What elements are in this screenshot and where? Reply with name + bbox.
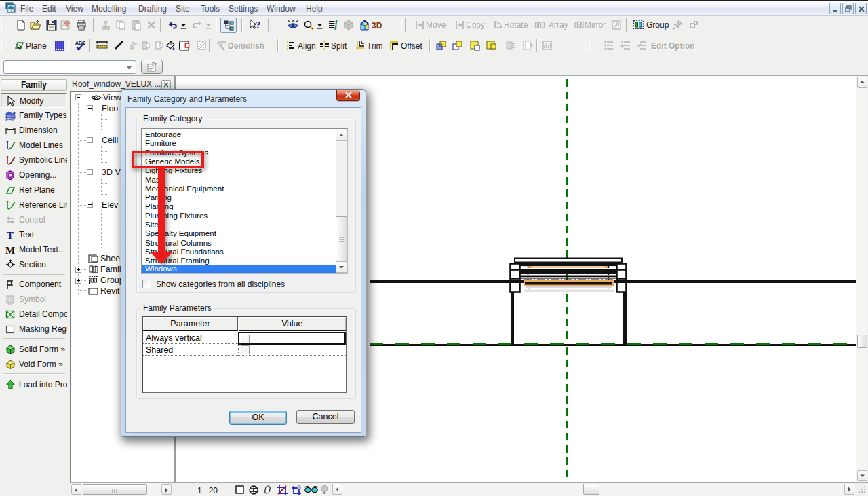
menu-tools[interactable]: Tools	[201, 3, 220, 14]
design-bar-item-opening[interactable]: Opening...	[1, 168, 67, 183]
tree-item-elevations[interactable]: Elev	[102, 200, 118, 210]
spelling-button[interactable]: ABC	[73, 39, 87, 52]
temporary-hide-isolate-button[interactable]	[304, 484, 320, 496]
tree-expand-elevations[interactable]	[87, 202, 93, 208]
tree-expand-families[interactable]	[75, 267, 81, 273]
list-scroll-down-button[interactable]	[336, 261, 347, 273]
h-scroll-left-button[interactable]	[332, 484, 342, 495]
shared-checkbox[interactable]	[241, 345, 250, 354]
h-scroll-thumb[interactable]	[583, 484, 599, 495]
toolbar-grip[interactable]	[1, 39, 3, 52]
align-button[interactable]	[283, 39, 297, 52]
list-scroll-thumb[interactable]	[336, 216, 347, 261]
view-scale-label[interactable]: 1 : 20	[197, 486, 218, 495]
design-bar-item-ref-plane[interactable]: Ref Plane	[1, 183, 67, 197]
3d-label[interactable]: 3D	[372, 19, 382, 33]
project-browser-toggle[interactable]	[220, 18, 237, 33]
trim-button[interactable]	[353, 39, 367, 52]
transfer-standards-button[interactable]	[177, 39, 192, 52]
category-option-windows-selected[interactable]: Windows	[142, 265, 336, 274]
shadows-button[interactable]	[264, 484, 276, 496]
design-bar-item-reference-line[interactable]: Reference Line	[1, 197, 67, 212]
menu-site[interactable]: Site	[176, 3, 190, 14]
close-button[interactable]	[855, 3, 867, 14]
menu-edit[interactable]: Edit	[42, 3, 56, 14]
tree-item-revit-links[interactable]: Revit	[100, 286, 119, 296]
offset-button[interactable]	[387, 39, 401, 52]
undo-button[interactable]	[165, 18, 179, 32]
design-bar-item-detail-component[interactable]: Detail Compo	[1, 307, 67, 322]
tree-item-families[interactable]: Famil	[100, 265, 121, 274]
design-bar-item-section[interactable]: Section	[1, 257, 67, 272]
tree-expand-3d[interactable]	[87, 169, 93, 175]
context-help-button[interactable]: ?	[246, 18, 262, 32]
tree-expand-groups[interactable]	[75, 278, 81, 284]
design-bar-item-symbolic-line[interactable]: Symbolic Line	[1, 153, 67, 168]
save-to-central-button[interactable]	[59, 18, 73, 32]
tree-item-floor-plans[interactable]: Floo	[102, 104, 118, 113]
detail-level-button[interactable]	[235, 484, 247, 496]
menu-window[interactable]: Window	[267, 3, 296, 14]
design-bar-item-masking-region[interactable]: Masking Regi	[1, 322, 67, 337]
pb-scroll-thumb[interactable]	[83, 484, 147, 495]
menu-settings[interactable]: Settings	[229, 3, 258, 14]
param-value-cell-selected[interactable]	[238, 332, 346, 345]
ok-button[interactable]: OK	[229, 411, 287, 425]
split-button[interactable]	[317, 39, 331, 52]
dynamic-view-button[interactable]	[285, 18, 301, 32]
v-scroll-down-button[interactable]	[857, 470, 867, 481]
default-3d-view-button[interactable]	[357, 18, 370, 31]
menu-help[interactable]: Help	[306, 3, 323, 14]
design-bar-item-modify[interactable]: Modify	[1, 93, 67, 108]
model-graphics-style-button[interactable]	[248, 484, 260, 496]
restore-button[interactable]	[842, 3, 854, 14]
param-value-cell[interactable]	[238, 345, 346, 356]
crop-visible-button[interactable]	[291, 484, 303, 496]
table-header-value[interactable]: Value	[239, 317, 346, 331]
pb-scroll-right-button[interactable]	[161, 484, 172, 495]
type-selector-combo[interactable]	[3, 60, 136, 74]
table-header-parameter[interactable]: Parameter	[143, 317, 238, 331]
design-bar-item-load-into-projects[interactable]: Load into Proj	[1, 377, 67, 392]
design-bar-item-solid-form[interactable]: Solid Form »	[1, 342, 67, 357]
grid-button[interactable]	[52, 39, 66, 52]
project-browser-close-button[interactable]	[161, 80, 171, 90]
thin-lines-button[interactable]	[326, 18, 340, 32]
crop-region-button[interactable]	[277, 484, 289, 496]
pb-scroll-left-button[interactable]	[71, 484, 81, 495]
open-button[interactable]	[28, 18, 42, 32]
tree-expand-ceiling[interactable]	[87, 137, 93, 143]
design-bar-item-text[interactable]: T Text	[1, 227, 67, 242]
minimize-button[interactable]	[829, 3, 841, 14]
v-scroll-up-button[interactable]	[857, 77, 867, 88]
tape-measure-button[interactable]	[94, 39, 109, 52]
dialog-titlebar[interactable]: Family Category and Parameters	[121, 90, 366, 107]
tree-item-3d-views[interactable]: 3D V	[102, 168, 121, 177]
category-option[interactable]: Furniture	[142, 139, 336, 148]
design-bar-item-void-form[interactable]: Void Form »	[1, 357, 67, 372]
design-bar-item-model-text[interactable]: M Model Text...	[1, 242, 67, 257]
trim-label[interactable]: Trim	[367, 39, 383, 53]
h-scroll-right-button[interactable]	[844, 484, 854, 495]
dialog-close-button[interactable]	[336, 90, 360, 101]
design-bar-item-model-lines[interactable]: Model Lines	[1, 138, 67, 153]
match-properties-button[interactable]	[112, 39, 125, 52]
zoom-dropdown[interactable]	[315, 18, 323, 32]
zoom-button[interactable]	[302, 18, 315, 32]
offset-label[interactable]: Offset	[401, 39, 422, 53]
menu-modelling[interactable]: Modelling	[92, 3, 126, 14]
paint-button[interactable]	[163, 39, 177, 52]
reveal-hidden-button[interactable]	[320, 484, 332, 496]
category-option[interactable]: Entourage	[142, 130, 336, 139]
print-button[interactable]	[75, 18, 88, 32]
always-vertical-checkbox[interactable]	[241, 335, 250, 343]
split-label[interactable]: Split	[331, 39, 347, 53]
align-label[interactable]: Align	[298, 39, 316, 53]
v-scroll-thumb[interactable]	[857, 335, 867, 348]
design-bar-item-family-types[interactable]: Family Types.	[1, 108, 67, 123]
tree-item-ceiling-plans[interactable]: Ceili	[102, 136, 118, 145]
menu-file[interactable]: File	[20, 3, 33, 14]
show-categories-checkbox[interactable]	[142, 280, 151, 288]
menu-drafting[interactable]: Drafting	[138, 3, 167, 14]
toolbar-grip[interactable]	[1, 18, 3, 32]
